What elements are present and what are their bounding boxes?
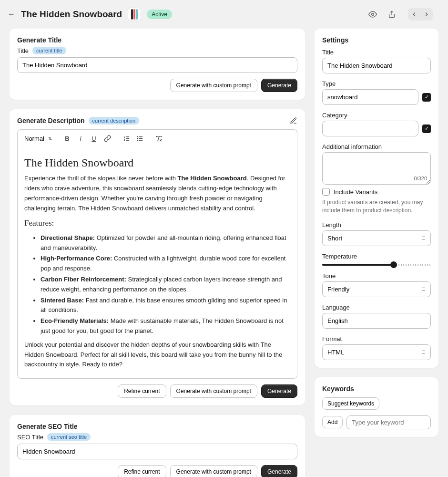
temperature-slider[interactable] bbox=[322, 264, 431, 266]
settings-length-select[interactable]: Short bbox=[322, 230, 431, 246]
editor-outro: Unlock your potential and discover the h… bbox=[24, 340, 290, 370]
settings-title-input[interactable] bbox=[322, 58, 431, 73]
include-variants-help: If product variants are created, you may… bbox=[322, 198, 431, 215]
current-description-tag: current description bbox=[89, 117, 140, 124]
visibility-icon[interactable] bbox=[368, 10, 377, 19]
current-title-tag: current title bbox=[32, 47, 66, 54]
generate-button[interactable]: Generate bbox=[261, 384, 297, 398]
section-heading: Generate SEO Title bbox=[17, 423, 297, 430]
unordered-list-icon[interactable] bbox=[134, 133, 145, 144]
keywords-heading: Keywords bbox=[322, 385, 431, 393]
editor-features-list: Directional Shape: Optimized for powder … bbox=[41, 233, 290, 336]
settings-tone-label: Tone bbox=[322, 272, 431, 280]
page-header: ← The Hidden Snowboard Active bbox=[0, 0, 448, 29]
additional-char-count: 0/320 bbox=[322, 176, 427, 181]
title-input[interactable] bbox=[17, 57, 297, 73]
settings-card: Settings Title Type ✓ Category ✓ Additio… bbox=[315, 29, 438, 368]
svg-point-13 bbox=[137, 140, 137, 140]
editor-h1: The Hidden Snowboard bbox=[24, 154, 290, 172]
section-heading: Generate Description bbox=[17, 117, 85, 124]
settings-temperature-label: Temperature bbox=[322, 253, 431, 260]
type-check-button[interactable]: ✓ bbox=[422, 93, 431, 102]
list-item: High-Performance Core: Constructed with … bbox=[41, 254, 290, 274]
list-item: Sintered Base: Fast and durable, this ba… bbox=[41, 296, 290, 316]
settings-format-label: Format bbox=[322, 335, 431, 342]
generate-seo-title-card: Generate SEO Title SEO Title current seo… bbox=[10, 415, 305, 477]
svg-rect-2 bbox=[136, 9, 138, 20]
settings-title-label: Title bbox=[322, 49, 431, 56]
include-variants-label: Include Variants bbox=[334, 188, 377, 196]
refine-current-button[interactable]: Refine current bbox=[118, 465, 166, 477]
keywords-card: Keywords Suggest keywords Add bbox=[315, 377, 438, 437]
nav-prev-next bbox=[408, 8, 433, 21]
temperature-fill bbox=[322, 264, 394, 266]
underline-icon[interactable]: U bbox=[88, 133, 100, 144]
back-arrow-icon[interactable]: ← bbox=[8, 10, 15, 19]
settings-language-label: Language bbox=[322, 304, 431, 311]
settings-heading: Settings bbox=[322, 36, 431, 44]
share-icon[interactable] bbox=[387, 10, 397, 19]
settings-format-select[interactable]: HTML bbox=[322, 344, 431, 360]
bold-icon[interactable]: B bbox=[61, 133, 73, 144]
editor-intro: Experience the thrill of the slopes like… bbox=[24, 174, 290, 213]
settings-additional-label: Additional information bbox=[322, 143, 431, 150]
generate-description-card: Generate Description current description… bbox=[10, 109, 305, 405]
list-item: Directional Shape: Optimized for powder … bbox=[41, 233, 290, 253]
editor-features-heading: Features: bbox=[24, 217, 290, 229]
settings-type-label: Type bbox=[322, 80, 431, 87]
settings-category-input[interactable] bbox=[322, 121, 418, 136]
clear-format-icon[interactable] bbox=[153, 133, 164, 144]
generate-title-card: Generate Title Title current title Gener… bbox=[10, 29, 305, 100]
svg-rect-1 bbox=[133, 9, 135, 20]
list-item: Eco-Friendly Materials: Made with sustai… bbox=[41, 316, 290, 336]
generate-button[interactable]: Generate bbox=[261, 79, 297, 92]
generate-button[interactable]: Generate bbox=[261, 465, 297, 477]
product-thumbnail[interactable] bbox=[128, 8, 141, 21]
add-keyword-button[interactable]: Add bbox=[322, 416, 343, 428]
settings-length-label: Length bbox=[322, 221, 431, 228]
svg-point-11 bbox=[137, 136, 137, 137]
settings-tone-select[interactable]: Friendly bbox=[322, 281, 431, 297]
status-badge: Active bbox=[147, 10, 172, 19]
svg-rect-0 bbox=[131, 9, 133, 20]
generate-custom-prompt-button[interactable]: Generate with custom prompt bbox=[170, 79, 257, 92]
include-variants-checkbox[interactable] bbox=[322, 188, 330, 196]
section-heading: Generate Title bbox=[17, 36, 297, 44]
settings-type-input[interactable] bbox=[322, 89, 418, 105]
link-icon[interactable] bbox=[102, 133, 113, 144]
svg-point-12 bbox=[137, 138, 137, 138]
edit-icon[interactable] bbox=[290, 117, 297, 124]
nav-next-button[interactable] bbox=[420, 8, 433, 21]
settings-language-input[interactable] bbox=[322, 313, 431, 329]
snowboard-icon bbox=[131, 9, 138, 20]
ordered-list-icon[interactable] bbox=[121, 133, 132, 144]
nav-prev-button[interactable] bbox=[408, 8, 420, 21]
seo-title-label: SEO Title bbox=[17, 434, 43, 441]
format-select[interactable]: Normal bbox=[21, 133, 54, 144]
generate-custom-prompt-button[interactable]: Generate with custom prompt bbox=[170, 384, 257, 398]
svg-point-3 bbox=[372, 13, 374, 16]
description-editor[interactable]: The Hidden Snowboard Experience the thri… bbox=[17, 147, 297, 379]
generate-custom-prompt-button[interactable]: Generate with custom prompt bbox=[170, 465, 257, 477]
page-title: The Hidden Snowboard bbox=[21, 9, 122, 20]
keyword-input[interactable] bbox=[346, 415, 431, 429]
settings-category-label: Category bbox=[322, 112, 431, 119]
italic-icon[interactable]: I bbox=[75, 133, 86, 144]
refine-current-button[interactable]: Refine current bbox=[118, 384, 166, 398]
temperature-thumb[interactable] bbox=[390, 261, 397, 268]
editor-toolbar: Normal B I U bbox=[17, 129, 297, 147]
title-label: Title bbox=[17, 47, 29, 54]
seo-title-input[interactable] bbox=[17, 444, 297, 459]
list-item: Carbon Fiber Reinforcement: Strategicall… bbox=[41, 275, 290, 295]
category-check-button[interactable]: ✓ bbox=[422, 124, 431, 133]
current-seo-title-tag: current seo title bbox=[47, 433, 91, 441]
suggest-keywords-button[interactable]: Suggest keywords bbox=[322, 397, 379, 410]
